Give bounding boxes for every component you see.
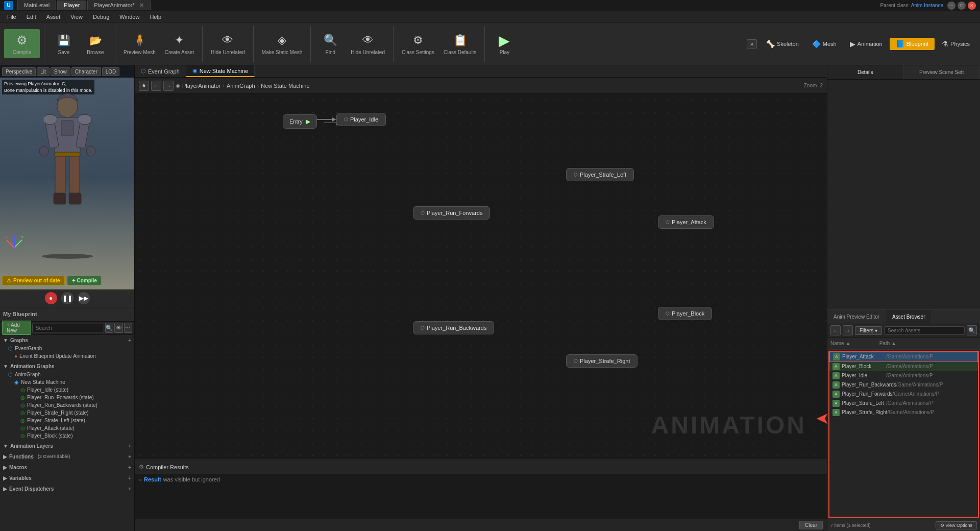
bp-macros-header[interactable]: ▶ Macros + xyxy=(0,463,134,472)
menu-asset[interactable]: Asset xyxy=(41,13,66,21)
asset-row-player-block[interactable]: A Player_Block /Game/Animations/P xyxy=(829,362,978,371)
node-player-run-forwards[interactable]: ⬡ Player_Run_Forwards xyxy=(413,206,490,220)
eventdispatchers-add-icon[interactable]: + xyxy=(128,486,131,492)
node-player-block[interactable]: ⬡ Player_Block xyxy=(658,307,712,320)
lit-button[interactable]: Lit xyxy=(37,67,50,76)
asset-row-player-run-back[interactable]: A Player_Run_Backwards /Game/Animations/… xyxy=(829,380,978,390)
animlayers-add-icon[interactable]: + xyxy=(128,443,131,449)
tab-blueprint[interactable]: 📘 Blueprint xyxy=(890,38,935,50)
bp-item-event-update[interactable]: ● Event Blueprint Update Animation xyxy=(0,352,134,360)
add-new-button[interactable]: + Add New xyxy=(2,321,31,335)
bp-variables-header[interactable]: ▶ Variables + xyxy=(0,474,134,482)
asset-row-player-strafe-right[interactable]: A Player_Strafe_Right /Game/Animations/P xyxy=(829,408,978,417)
menu-window[interactable]: Window xyxy=(114,13,144,21)
bp-item-player-strafe-right[interactable]: ◎ Player_Strafe_Right (state) xyxy=(0,409,134,417)
hide-unrelated-left-button[interactable]: 👁 Hide Unrelated xyxy=(207,30,249,57)
bp-functions-header[interactable]: ▶ Functions (3 Overridable) + xyxy=(0,452,134,461)
compile-btn-2[interactable]: ✦ Compile xyxy=(67,276,102,285)
macros-add-icon[interactable]: + xyxy=(128,465,131,470)
filters-button[interactable]: Filters ▾ xyxy=(855,326,882,335)
tab-physics[interactable]: ⚗ Physics xyxy=(936,38,976,50)
tab-preview-scene[interactable]: Preview Scene Sett xyxy=(904,65,981,79)
forward-button[interactable]: ▶▶ xyxy=(78,292,90,304)
pause-button[interactable]: ❚❚ xyxy=(61,292,74,304)
bp-item-eventgraph[interactable]: ⬡ EventGraph xyxy=(0,345,134,352)
mybp-search-input[interactable] xyxy=(32,324,104,332)
preview-mesh-button[interactable]: 🧍 Preview Mesh xyxy=(119,30,160,57)
bp-animgraphs-header[interactable]: ▼ Animation Graphs xyxy=(0,362,134,371)
bp-item-player-run-backwards[interactable]: ◎ Player_Run_Backwards (state) xyxy=(0,401,134,409)
mybp-search-button[interactable]: 🔍 xyxy=(105,323,113,333)
menu-view[interactable]: View xyxy=(65,13,88,21)
save-button[interactable]: 💾 Save xyxy=(48,30,79,57)
bp-item-player-attack[interactable]: ◎ Player_Attack (state) xyxy=(0,424,134,432)
bp-item-player-run-forwards[interactable]: ◎ Player_Run_Forwards (state) xyxy=(0,394,134,401)
node-player-idle[interactable]: ⬡ Player_Idle xyxy=(336,113,386,126)
col-path-header[interactable]: Path ▲ xyxy=(879,341,977,346)
hide-unrelated-right-button[interactable]: 👁 Hide Unrelated xyxy=(347,30,389,57)
graph-canvas[interactable]: Entry ▶ ▶ ⬡ Player_Idle ⬡ Player_Run_For… xyxy=(135,94,827,460)
character-button[interactable]: Character xyxy=(71,67,101,76)
bp-item-animgraph[interactable]: ⬡ AnimGraph xyxy=(0,371,134,378)
variables-add-icon[interactable]: + xyxy=(128,475,131,481)
node-player-strafe-right[interactable]: ⬡ Player_Strafe_Right xyxy=(566,354,638,368)
view-options-button[interactable]: ⚙ View Options xyxy=(936,521,977,529)
mybp-options-button[interactable]: 👁 xyxy=(114,323,122,333)
bp-item-new-state-machine[interactable]: ◉ New State Machine xyxy=(0,378,134,386)
record-button[interactable]: ● xyxy=(45,292,57,304)
bp-animlayers-header[interactable]: ▼ Animation Layers + xyxy=(0,442,134,450)
entry-node[interactable]: Entry ▶ xyxy=(283,114,317,129)
tab-asset-browser[interactable]: Asset Browser xyxy=(886,310,932,324)
menu-debug[interactable]: Debug xyxy=(88,13,114,21)
clear-button[interactable]: Clear xyxy=(799,521,823,529)
maximize-button[interactable]: □ xyxy=(958,2,966,10)
asset-row-player-run-fwd[interactable]: A Player_Run_Forwards /Game/Animations/P xyxy=(829,390,978,399)
bp-graphs-header[interactable]: ▼ Graphs + xyxy=(0,336,134,345)
bp-item-player-idle[interactable]: ◎ Player_Idle (state) xyxy=(0,386,134,394)
compile-button[interactable]: ⚙ Compile xyxy=(4,29,40,58)
tab-playeranimator[interactable]: PlayerAnimator* ✕ xyxy=(87,1,151,10)
functions-add-icon[interactable]: + xyxy=(128,454,131,460)
tab-event-graph[interactable]: ⬡ Event Graph xyxy=(135,65,186,77)
menu-help[interactable]: Help xyxy=(144,13,166,21)
tab-animation[interactable]: ▶ Animation xyxy=(844,38,889,50)
tab-close-icon[interactable]: ✕ xyxy=(139,2,144,8)
breadcrumb-anim-graph[interactable]: AnimGraph xyxy=(227,83,255,89)
lod-button[interactable]: LOD xyxy=(102,67,120,76)
bp-item-player-block[interactable]: ◎ Player_Block (state) xyxy=(0,432,134,440)
node-player-run-backwards[interactable]: ⬡ Player_Run_Backwards xyxy=(413,321,494,334)
mybp-extra-button[interactable]: ⋯ xyxy=(124,323,132,333)
preview-out-of-date-button[interactable]: ⚠ Preview out of date xyxy=(2,276,65,285)
tab-mesh[interactable]: 🔷 Mesh xyxy=(806,38,843,50)
menu-file[interactable]: File xyxy=(2,13,21,21)
node-player-strafe-left[interactable]: ⬡ Player_Strafe_Left xyxy=(566,168,634,181)
asset-search-input[interactable] xyxy=(884,326,965,335)
play-button[interactable]: ▶ Play xyxy=(489,30,520,57)
class-settings-button[interactable]: ⚙ Class Settings xyxy=(398,30,438,57)
tab-skeleton[interactable]: 🦴 Skeleton xyxy=(760,38,805,50)
tab-anim-preview-editor[interactable]: Anim Preview Editor xyxy=(827,310,886,324)
class-defaults-button[interactable]: 📋 Class Defaults xyxy=(439,30,480,57)
perspective-button[interactable]: Perspective xyxy=(2,67,36,76)
tab-new-state-machine[interactable]: ◉ New State Machine xyxy=(186,65,255,77)
menu-edit[interactable]: Edit xyxy=(21,13,41,21)
asset-back-button[interactable]: ← xyxy=(830,325,841,335)
tab-details[interactable]: Details xyxy=(827,65,904,79)
bp-eventdispatchers-header[interactable]: ▶ Event Dispatchers + xyxy=(0,485,134,493)
col-name-header[interactable]: Name ▲ xyxy=(830,341,879,346)
expand-button[interactable]: » xyxy=(747,39,757,49)
graphs-add-icon[interactable]: + xyxy=(128,337,131,343)
make-static-mesh-button[interactable]: ◈ Make Static Mesh xyxy=(258,30,306,57)
forward-button-bc[interactable]: → xyxy=(163,81,174,91)
node-player-attack[interactable]: ⬡ Player_Attack xyxy=(658,215,714,229)
find-button[interactable]: 🔍 Find xyxy=(315,30,346,57)
asset-row-player-attack[interactable]: A Player_Attack /Game/Animations/P xyxy=(829,352,978,362)
create-asset-button[interactable]: ✦ Create Asset xyxy=(161,30,198,57)
asset-row-player-idle[interactable]: A Player_Idle /Game/Animations/P xyxy=(829,371,978,380)
bp-item-player-strafe-left[interactable]: ◎ Player_Strafe_Left (state) xyxy=(0,417,134,424)
back-button[interactable]: ← xyxy=(151,81,161,91)
viewport[interactable]: Perspective Lit Show Character LOD Previ… xyxy=(0,65,134,289)
asset-search-button[interactable]: 🔍 xyxy=(967,325,977,335)
minimize-button[interactable]: ─ xyxy=(947,2,955,10)
tab-mainlevel[interactable]: MainLevel xyxy=(17,1,56,10)
